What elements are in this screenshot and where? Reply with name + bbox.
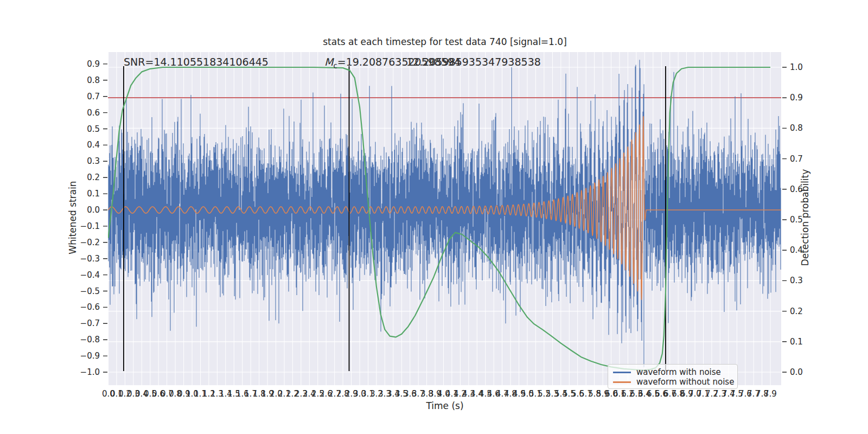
y-right-tick-label: 0.5 [790,214,803,225]
y-left-tick-label: 0.4 [61,139,100,150]
legend-swatch-1 [613,381,631,383]
y-left-tick-marks [103,64,107,372]
y-left-tick-label: −0.8 [61,334,100,345]
y-right-tick-label: 0.7 [790,154,803,164]
y-right-tick-label: 1.0 [790,62,803,73]
y-left-tick-label: −0.1 [61,221,100,232]
legend-swatch-0 [613,372,631,373]
x-axis-label: Time (s) [426,400,463,411]
legend-item-noise: waveform with noise [613,367,732,377]
y-left-tick-label: 0.7 [61,91,100,102]
figure: stats at each timestep for test data 740… [0,0,868,434]
y-left-tick-label: 0.5 [61,124,100,135]
y-left-tick-label: 0.3 [61,156,100,167]
y-right-tick-label: 0.6 [790,184,803,195]
legend-label-clean: waveform without noise [636,377,734,387]
y-left-tick-label: −0.7 [61,318,100,329]
y-right-tick-label: 0.0 [790,367,803,378]
y-left-tick-label: 0.1 [61,188,100,199]
legend-label-noise: waveform with noise [636,367,721,377]
y-left-tick-label: −0.5 [61,286,100,297]
chirp-mass-subscript: c [333,62,337,70]
y-right-tick-marks [782,67,787,372]
overlapping-value-annotation: 12.205985935347938538 [406,56,541,68]
y-left-tick-label: 0.2 [61,172,100,183]
y-left-tick-label: 0.6 [61,107,100,118]
y-left-tick-label: 0.8 [61,75,100,86]
y-left-tick-label: −0.3 [61,253,100,264]
y-right-tick-label: 0.3 [790,275,803,286]
y-right-tick-label: 0.2 [790,306,803,317]
y-left-tick-label: 0.0 [61,205,100,215]
y-left-tick-label: −0.2 [61,237,100,248]
y-right-tick-label: 0.1 [790,336,803,347]
y-left-tick-label: 0.9 [61,59,100,69]
chart-title: stats at each timestep for test data 740… [323,36,567,47]
legend: waveform with noise waveform without noi… [608,364,738,389]
snr-annotation: SNR=14.110551834106445 [124,56,269,68]
y-right-tick-label: 0.9 [790,92,803,103]
y-right-tick-label: 0.8 [790,123,803,133]
y-left-tick-label: −0.6 [61,302,100,312]
legend-item-clean: waveform without noise [613,377,732,387]
chirp-mass-symbol: M [324,56,333,68]
y-left-tick-label: −1.0 [61,367,100,378]
y-left-tick-label: −0.4 [61,270,100,280]
y-right-tick-label: 0.4 [790,245,803,256]
y-left-tick-label: −0.9 [61,350,100,361]
x-tick-label: 7.9 [762,388,778,399]
